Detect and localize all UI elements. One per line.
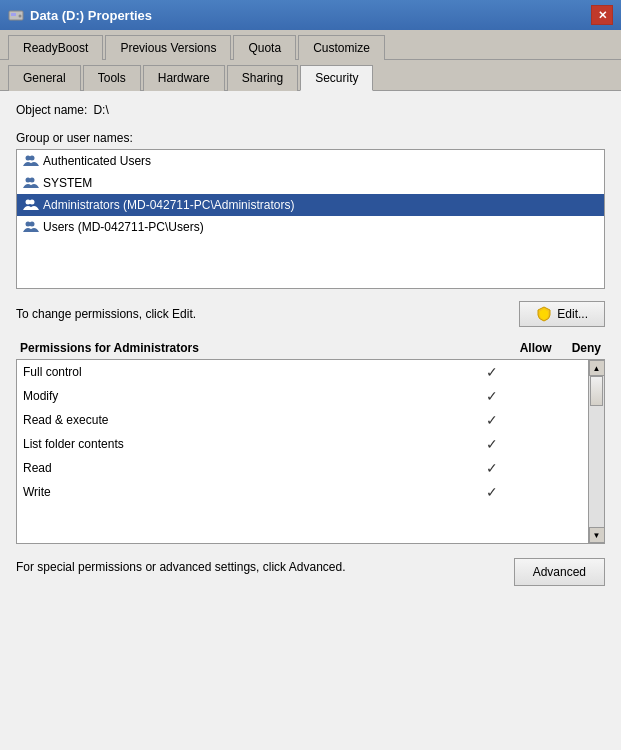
svg-point-10: [30, 222, 35, 227]
deny-header: Deny: [572, 341, 601, 355]
perm-row-read: Read ✓: [17, 456, 588, 480]
title-bar: Data (D:) Properties ✕: [0, 0, 621, 30]
tab-security[interactable]: Security: [300, 65, 373, 91]
permissions-scrollbar[interactable]: ▲ ▼: [588, 360, 604, 543]
svg-point-4: [30, 156, 35, 161]
perm-row-modify: Modify ✓: [17, 384, 588, 408]
user-group-icon-3: [23, 197, 39, 213]
users-list[interactable]: Authenticated Users SYSTEM Administrator…: [16, 149, 605, 289]
svg-point-6: [30, 178, 35, 183]
allow-header: Allow: [520, 341, 552, 355]
perm-row-read-execute: Read & execute ✓: [17, 408, 588, 432]
perm-row-list-folder: List folder contents ✓: [17, 432, 588, 456]
permissions-title: Permissions for Administrators: [20, 341, 199, 355]
list-item[interactable]: Authenticated Users: [17, 150, 604, 172]
svg-point-8: [30, 200, 35, 205]
list-item[interactable]: Users (MD-042711-PC\Users): [17, 216, 604, 238]
shield-edit-icon: [536, 306, 552, 322]
scroll-down-arrow[interactable]: ▼: [589, 527, 605, 543]
user-group-icon-4: [23, 219, 39, 235]
change-permissions-text: To change permissions, click Edit.: [16, 307, 196, 321]
scroll-track[interactable]: [589, 376, 604, 527]
perm-row-full-control: Full control ✓: [17, 360, 588, 384]
object-name-value: D:\: [93, 103, 108, 117]
tab-sharing[interactable]: Sharing: [227, 65, 298, 91]
tab-general[interactable]: General: [8, 65, 81, 91]
group-user-names-label: Group or user names:: [16, 131, 605, 145]
scroll-thumb[interactable]: [590, 376, 603, 406]
tab-readyboost[interactable]: ReadyBoost: [8, 35, 103, 60]
svg-point-2: [19, 15, 22, 18]
bottom-text: For special permissions or advanced sett…: [16, 558, 502, 576]
list-item-selected[interactable]: Administrators (MD-042711-PC\Administrat…: [17, 194, 604, 216]
close-button[interactable]: ✕: [591, 5, 613, 25]
drive-icon: [8, 7, 24, 23]
scroll-up-arrow[interactable]: ▲: [589, 360, 605, 376]
object-name-label: Object name:: [16, 103, 87, 117]
tab-customize[interactable]: Customize: [298, 35, 385, 60]
user-group-icon-2: [23, 175, 39, 191]
tab-hardware[interactable]: Hardware: [143, 65, 225, 91]
tab-tools[interactable]: Tools: [83, 65, 141, 91]
perm-row-write: Write ✓: [17, 480, 588, 504]
advanced-button[interactable]: Advanced: [514, 558, 605, 586]
list-item[interactable]: SYSTEM: [17, 172, 604, 194]
edit-label: Edit...: [557, 307, 588, 321]
svg-rect-1: [11, 13, 16, 16]
permissions-table: Full control ✓ Modify ✓ Read & execute ✓…: [17, 360, 588, 543]
tab-previous-versions[interactable]: Previous Versions: [105, 35, 231, 60]
tab-quota[interactable]: Quota: [233, 35, 296, 60]
user-group-icon: [23, 153, 39, 169]
window-title: Data (D:) Properties: [30, 8, 152, 23]
edit-button[interactable]: Edit...: [519, 301, 605, 327]
